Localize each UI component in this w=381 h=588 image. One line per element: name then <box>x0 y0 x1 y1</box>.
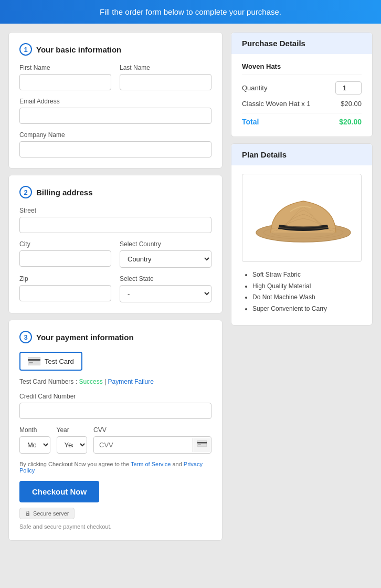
payment-title-text: Your payment information <box>36 333 134 342</box>
email-label: Email Address <box>19 98 211 105</box>
terms-and: and <box>171 461 183 467</box>
quantity-input[interactable] <box>335 81 362 94</box>
street-input[interactable] <box>19 217 211 233</box>
cvv-card-icon <box>193 438 211 452</box>
hat-svg <box>251 183 356 251</box>
safe-text: Safe and secure payment checkout. <box>19 523 211 530</box>
card-icon <box>28 357 40 365</box>
plan-details-card: Plan Details <box>231 143 373 326</box>
cvv-group: CVV <box>93 426 211 454</box>
terms-of-service-link[interactable]: Term of Service <box>131 461 171 467</box>
city-label: City <box>19 240 111 248</box>
svg-rect-5 <box>198 444 201 445</box>
last-name-group: Last Name <box>120 64 211 90</box>
city-input[interactable] <box>19 250 111 267</box>
cvv-label: CVV <box>93 426 211 434</box>
svg-rect-0 <box>28 357 40 365</box>
cvv-input-wrap <box>93 436 211 454</box>
billing-title: 2 Billing address <box>19 186 211 198</box>
svg-rect-4 <box>197 442 207 444</box>
country-label: Select Country <box>120 240 211 248</box>
card-button-label: Test Card <box>45 358 74 365</box>
header-text: Fill the order form below to complete yo… <box>100 7 281 16</box>
terms-text: By clicking Checkout Now you agree to th… <box>19 461 211 474</box>
country-group: Select Country Country United States Uni… <box>120 240 211 268</box>
item-row: Classic Woven Hat x 1 $20.00 <box>242 100 362 108</box>
zip-input[interactable] <box>19 285 111 301</box>
year-label: Year <box>57 426 88 434</box>
lock-icon <box>25 510 30 517</box>
country-select[interactable]: Country United States United Kingdom Can… <box>120 250 211 268</box>
month-year-cvv-row: Month Month 01020304 05060708 09101112 Y… <box>19 426 211 454</box>
feature-item: High Quality Material <box>252 281 362 292</box>
secure-badge-text: Secure server <box>33 510 69 517</box>
success-link[interactable]: Success <box>79 378 102 385</box>
quantity-label: Quantity <box>242 84 267 92</box>
last-name-input[interactable] <box>120 74 211 90</box>
checkout-button[interactable]: Checkout Now <box>19 481 99 502</box>
billing-title-text: Billing address <box>36 188 93 197</box>
total-row: Total $20.00 <box>242 113 362 126</box>
cc-number-input[interactable] <box>19 403 211 419</box>
payment-title: 3 Your payment information <box>19 331 211 343</box>
last-name-label: Last Name <box>120 64 211 71</box>
year-group: Year Year 2024202520262027 202820292030 <box>57 426 88 454</box>
feature-item: Super Convenient to Carry <box>252 303 362 315</box>
left-column: 1 Your basic information First Name Last… <box>8 32 223 541</box>
plan-details-header: Plan Details <box>231 144 372 165</box>
year-select[interactable]: Year 2024202520262027 202820292030 <box>57 436 88 454</box>
first-name-label: First Name <box>19 64 111 71</box>
state-select[interactable]: - Alabama California New York Texas <box>120 285 211 302</box>
basic-info-title-text: Your basic information <box>36 45 121 54</box>
email-group: Email Address <box>19 98 211 124</box>
street-group: Street <box>19 207 211 233</box>
cvv-input[interactable] <box>94 437 193 453</box>
company-input[interactable] <box>19 141 211 158</box>
total-label: Total <box>242 118 259 126</box>
state-label: Select State <box>120 275 211 282</box>
payment-card: 3 Your payment information Test Card Tes… <box>8 320 223 541</box>
cc-number-group: Credit Card Number <box>19 393 211 419</box>
cc-number-label: Credit Card Number <box>19 393 211 400</box>
basic-info-card: 1 Your basic information First Name Last… <box>8 32 223 169</box>
section-number-3: 3 <box>19 331 32 343</box>
billing-card: 2 Billing address Street City Select Cou… <box>8 175 223 313</box>
test-card-info: Test Card Numbers : Success | Payment Fa… <box>19 378 211 385</box>
state-group: Select State - Alabama California New Yo… <box>120 275 211 302</box>
svg-rect-2 <box>29 362 33 363</box>
failure-link[interactable]: Payment Failure <box>108 378 154 385</box>
basic-info-title: 1 Your basic information <box>19 43 211 56</box>
divider: | <box>103 378 108 385</box>
purchase-details-card: Purchase Details Woven Hats Quantity Cla… <box>231 32 373 137</box>
header-banner: Fill the order form below to complete yo… <box>0 0 381 24</box>
section-number-2: 2 <box>19 186 32 198</box>
quantity-row: Quantity <box>242 81 362 94</box>
email-input[interactable] <box>19 108 211 124</box>
svg-rect-1 <box>28 359 40 361</box>
zip-label: Zip <box>19 275 111 282</box>
right-column: Purchase Details Woven Hats Quantity Cla… <box>231 32 373 326</box>
test-card-prefix: Test Card Numbers : <box>19 378 79 385</box>
section-number-1: 1 <box>19 43 32 56</box>
company-label: Company Name <box>19 131 211 139</box>
first-name-group: First Name <box>19 64 111 90</box>
test-card-button[interactable]: Test Card <box>19 352 82 371</box>
item-label: Classic Woven Hat x 1 <box>242 100 311 108</box>
first-name-input[interactable] <box>19 74 111 90</box>
city-group: City <box>19 240 111 268</box>
street-label: Street <box>19 207 211 214</box>
month-label: Month <box>19 426 50 434</box>
month-select[interactable]: Month 01020304 05060708 09101112 <box>19 436 50 454</box>
zip-group: Zip <box>19 275 111 302</box>
total-value: $20.00 <box>339 118 362 126</box>
purchase-details-header: Purchase Details <box>231 33 372 54</box>
feature-item: Soft Straw Fabric <box>252 269 362 281</box>
product-name: Woven Hats <box>242 62 362 75</box>
svg-point-7 <box>27 514 28 515</box>
company-group: Company Name <box>19 131 211 158</box>
hat-image <box>242 174 362 262</box>
feature-item: Do Not Machine Wash <box>252 292 362 303</box>
item-price: $20.00 <box>341 100 362 108</box>
svg-rect-3 <box>197 440 207 447</box>
month-group: Month Month 01020304 05060708 09101112 <box>19 426 50 454</box>
